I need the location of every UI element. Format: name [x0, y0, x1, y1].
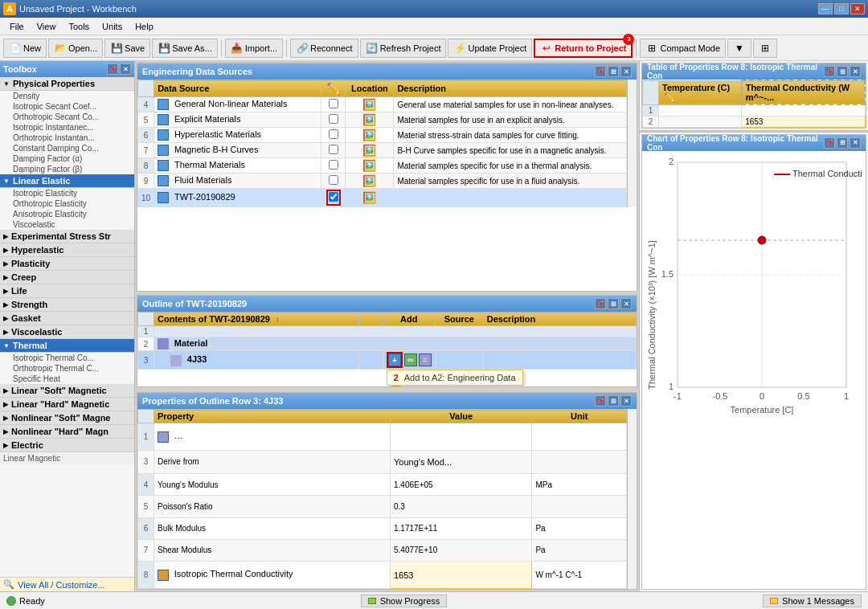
outline-float-button[interactable]: ⊞ — [608, 298, 619, 309]
ds-check-4[interactable] — [329, 99, 338, 108]
item-iso-instant[interactable]: Isotropic Instantanec... — [0, 122, 134, 133]
right-panel-splitter[interactable] — [640, 130, 868, 133]
ds-pin-button[interactable]: 📌 — [595, 66, 606, 77]
item-iso-thermal[interactable]: Isotropic Thermal Co... — [0, 353, 134, 363]
ds-table-scroll[interactable]: Data Source ✏️ Location Description — [137, 80, 627, 207]
item-const-damping[interactable]: Constant Damping Co... — [0, 143, 134, 153]
ds-check-5[interactable] — [329, 114, 338, 124]
section-electric[interactable]: ▶ Electric — [0, 439, 134, 452]
prop-row-4[interactable]: 4 Young's Modulus 1.406E+05 MPa — [138, 474, 627, 496]
save-as-button[interactable]: 💾 Save As... — [152, 39, 218, 58]
prop-row-3[interactable]: 3 Derive from Young's Mod... — [138, 450, 627, 473]
new-button[interactable]: 📄 New — [3, 39, 47, 58]
grid-button[interactable]: ⊞ — [753, 39, 777, 58]
ds-check-10[interactable] — [329, 192, 338, 202]
ds-row-5[interactable]: 5 Explicit Materials 🖼️ Material samples… — [138, 112, 627, 128]
minimize-button[interactable]: — — [818, 3, 833, 14]
item-ortho-thermal[interactable]: Orthotropic Thermal C... — [0, 363, 134, 374]
prop-row-7[interactable]: 7 Shear Modulus 5.4077E+10 Pa — [138, 539, 627, 561]
compact-mode-button[interactable]: ⊞ Compact Mode — [640, 39, 726, 58]
item-damping-beta[interactable]: Damping Factor (β) — [0, 164, 134, 174]
ds-check-9[interactable] — [329, 175, 338, 185]
show-messages-button[interactable]: Show 1 Messages — [763, 595, 862, 607]
menu-file[interactable]: File — [3, 20, 31, 33]
top-float-button[interactable]: ⊞ — [837, 66, 848, 77]
top-row-2[interactable]: 2 1653 — [643, 116, 866, 127]
ds-check-8[interactable] — [329, 160, 338, 170]
item-iso-elasticity[interactable]: Isotropic Elasticity — [0, 188, 134, 198]
props-close-button[interactable]: ✕ — [620, 395, 632, 407]
section-strength[interactable]: ▶ Strength — [0, 298, 134, 312]
item-density[interactable]: Density — [0, 91, 134, 101]
props-float-button[interactable]: ⊞ — [608, 395, 619, 407]
props-scrollbar[interactable] — [627, 409, 637, 589]
prop-row-8[interactable]: 8 Isotropic Thermal Conductivity 1653 W … — [138, 562, 627, 589]
ds-check-6[interactable] — [329, 129, 338, 139]
chart-float-button[interactable]: ⊞ — [837, 137, 848, 149]
section-plasticity[interactable]: ▶ Plasticity — [0, 257, 134, 271]
section-experimental[interactable]: ▶ Experimental Stress Str — [0, 230, 134, 243]
toolbox-pin-button[interactable]: 📌 — [107, 63, 118, 75]
ds-row-6[interactable]: 6 Hyperelastic Materials 🖼️ Material str… — [138, 128, 627, 143]
outline-close-button[interactable]: ✕ — [620, 298, 632, 309]
view-all-button[interactable]: 🔍 View All / Customize... — [0, 577, 134, 591]
toolbox-close-button[interactable]: ✕ — [120, 63, 131, 75]
show-progress-button[interactable]: Show Progress — [361, 595, 447, 607]
ds-row-7[interactable]: 7 Magnetic B-H Curves 🖼️ B-H Curve sampl… — [138, 143, 627, 158]
ds-row-9[interactable]: 9 Fluid Materials 🖼️ Material samples sp… — [138, 174, 627, 189]
outline-row-3[interactable]: 3 4J33 + — [138, 351, 637, 370]
filter-button[interactable]: ▼ — [727, 39, 751, 58]
item-viscoelastic[interactable]: Viscoelastic — [0, 219, 134, 230]
ds-row-4[interactable]: 4 General Non-linear Materials 🖼️ Genera… — [138, 97, 627, 112]
menu-help[interactable]: Help — [129, 20, 160, 33]
section-creep[interactable]: ▶ Creep — [0, 271, 134, 284]
close-button[interactable]: ✕ — [850, 3, 865, 14]
chart-close-button[interactable]: ✕ — [850, 137, 861, 149]
ds-scrollbar[interactable] — [627, 80, 637, 207]
item-ortho-elasticity[interactable]: Orthotropic Elasticity — [0, 198, 134, 209]
item-damping-alpha[interactable]: Damping Factor (α) — [0, 153, 134, 164]
ds-row-8[interactable]: 8 Thermal Materials 🖼️ Material samples … — [138, 158, 627, 174]
import-button[interactable]: 📥 Import... — [225, 39, 283, 58]
ds-check-7[interactable] — [329, 145, 338, 154]
chart-pin-button[interactable]: 📌 — [824, 137, 835, 149]
outline-pin-button[interactable]: 📌 — [595, 298, 606, 309]
item-specific-heat[interactable]: Specific Heat — [0, 374, 134, 384]
ds-row-10[interactable]: 10 TWT-20190829 🖼️ — [138, 189, 627, 207]
section-hyperelastic[interactable]: ▶ Hyperelastic — [0, 243, 134, 257]
item-aniso-elasticity[interactable]: Anisotropic Elasticity — [0, 209, 134, 219]
ds-float-button[interactable]: ⊞ — [608, 66, 619, 77]
top-edit-icon[interactable]: ✏️ — [664, 92, 675, 102]
item-ortho-secant[interactable]: Orthotropic Secant Co... — [0, 112, 134, 122]
refresh-button[interactable]: 🔄 Refresh Project — [360, 39, 447, 58]
open-button[interactable]: 📂 Open... — [48, 39, 103, 58]
add-to-engineering-data-button[interactable]: + — [388, 354, 401, 366]
section-physical-properties[interactable]: ▼ Physical Properties Density Isotropic … — [0, 77, 134, 174]
menu-units[interactable]: Units — [96, 20, 129, 33]
link-button[interactable]: = — [419, 354, 432, 366]
menu-view[interactable]: View — [31, 20, 63, 33]
ds-check-10-highlighted[interactable] — [326, 190, 341, 206]
maximize-button[interactable]: □ — [834, 3, 849, 14]
section-linear-soft-mag[interactable]: ▶ Linear "Soft" Magnetic — [0, 384, 134, 398]
section-viscoelastic2[interactable]: ▶ Viscoelastic — [0, 325, 134, 339]
menu-tools[interactable]: Tools — [62, 20, 96, 33]
top-pin-button[interactable]: 📌 — [824, 66, 835, 77]
save-button[interactable]: 💾 Save — [104, 39, 150, 58]
section-gasket[interactable]: ▶ Gasket — [0, 312, 134, 325]
section-linear-elastic[interactable]: ▼ Linear Elastic Isotropic Elasticity Or… — [0, 174, 134, 230]
section-linear-hard-mag[interactable]: ▶ Linear "Hard" Magnetic — [0, 398, 134, 411]
section-nonlinear-hard[interactable]: ▶ Nonlinear "Hard" Magn — [0, 425, 134, 439]
edit-material-button[interactable]: ✏ — [404, 354, 417, 366]
section-thermal[interactable]: ▼ Thermal Isotropic Thermal Co... Orthot… — [0, 339, 134, 384]
prop-row-6[interactable]: 6 Bulk Modulus 1.1717E+11 Pa — [138, 517, 627, 539]
update-button[interactable]: ⚡ Update Project — [448, 39, 532, 58]
top-close-button[interactable]: ✕ — [850, 66, 861, 77]
reconnect-button[interactable]: 🔗 Reconnect — [290, 39, 358, 58]
item-ortho-instant[interactable]: Orthotropic Instantan... — [0, 133, 134, 143]
prop-row-5[interactable]: 5 Poisson's Ratio 0.3 — [138, 496, 627, 517]
props-pin-button[interactable]: 📌 — [595, 395, 606, 407]
return-button[interactable]: ↩ Return to Project 3 — [534, 39, 633, 58]
item-iso-secant[interactable]: Isotropic Secant Coef... — [0, 101, 134, 112]
section-nonlinear-soft[interactable]: ▶ Nonlinear "Soft" Magne — [0, 411, 134, 425]
